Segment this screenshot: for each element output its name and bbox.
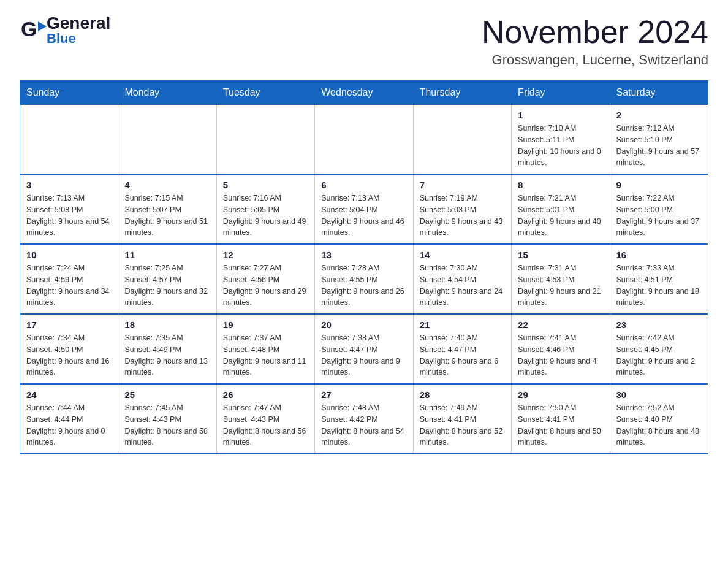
day-info: Sunrise: 7:28 AMSunset: 4:55 PMDaylight:…	[321, 262, 406, 308]
logo-name: General	[47, 15, 110, 32]
logo-icon: G	[20, 17, 47, 44]
day-number: 19	[223, 320, 308, 330]
day-number: 7	[420, 180, 505, 190]
day-info: Sunrise: 7:47 AMSunset: 4:43 PMDaylight:…	[223, 402, 308, 448]
day-info: Sunrise: 7:33 AMSunset: 4:51 PMDaylight:…	[616, 262, 702, 308]
day-info: Sunrise: 7:42 AMSunset: 4:45 PMDaylight:…	[616, 332, 702, 378]
day-number: 26	[223, 389, 308, 400]
day-number: 4	[124, 180, 210, 190]
day-info: Sunrise: 7:24 AMSunset: 4:59 PMDaylight:…	[26, 262, 112, 308]
table-row: 27Sunrise: 7:48 AMSunset: 4:42 PMDayligh…	[315, 384, 413, 454]
day-number: 27	[321, 389, 406, 400]
day-info: Sunrise: 7:34 AMSunset: 4:50 PMDaylight:…	[26, 332, 112, 378]
table-row: 13Sunrise: 7:28 AMSunset: 4:55 PMDayligh…	[315, 244, 413, 314]
logo-blue: Blue	[47, 32, 110, 45]
day-number: 3	[26, 180, 112, 190]
day-info: Sunrise: 7:40 AMSunset: 4:47 PMDaylight:…	[420, 332, 505, 378]
calendar-week-row: 1Sunrise: 7:10 AMSunset: 5:11 PMDaylight…	[20, 105, 708, 175]
day-info: Sunrise: 7:27 AMSunset: 4:56 PMDaylight:…	[223, 262, 308, 308]
day-info: Sunrise: 7:15 AMSunset: 5:07 PMDaylight:…	[124, 193, 210, 239]
day-info: Sunrise: 7:52 AMSunset: 4:40 PMDaylight:…	[616, 402, 702, 448]
table-row	[118, 105, 216, 175]
table-row: 17Sunrise: 7:34 AMSunset: 4:50 PMDayligh…	[20, 314, 118, 384]
table-row: 22Sunrise: 7:41 AMSunset: 4:46 PMDayligh…	[512, 314, 610, 384]
header-friday: Friday	[512, 81, 610, 105]
day-number: 21	[420, 320, 505, 330]
header-thursday: Thursday	[413, 81, 511, 105]
day-number: 23	[616, 320, 702, 330]
calendar-week-row: 17Sunrise: 7:34 AMSunset: 4:50 PMDayligh…	[20, 314, 708, 384]
day-info: Sunrise: 7:19 AMSunset: 5:03 PMDaylight:…	[420, 193, 505, 239]
table-row: 2Sunrise: 7:12 AMSunset: 5:10 PMDaylight…	[610, 105, 708, 175]
day-number: 24	[26, 389, 112, 400]
day-info: Sunrise: 7:35 AMSunset: 4:49 PMDaylight:…	[124, 332, 210, 378]
location-subtitle: Grosswangen, Lucerne, Switzerland	[482, 52, 708, 68]
header-wednesday: Wednesday	[315, 81, 413, 105]
calendar-table: Sunday Monday Tuesday Wednesday Thursday…	[20, 80, 708, 454]
table-row: 8Sunrise: 7:21 AMSunset: 5:01 PMDaylight…	[512, 174, 610, 244]
day-number: 20	[321, 320, 406, 330]
table-row: 25Sunrise: 7:45 AMSunset: 4:43 PMDayligh…	[118, 384, 216, 454]
table-row: 30Sunrise: 7:52 AMSunset: 4:40 PMDayligh…	[610, 384, 708, 454]
table-row: 23Sunrise: 7:42 AMSunset: 4:45 PMDayligh…	[610, 314, 708, 384]
day-number: 17	[26, 320, 112, 330]
header-saturday: Saturday	[610, 81, 708, 105]
header-monday: Monday	[118, 81, 216, 105]
calendar-week-row: 10Sunrise: 7:24 AMSunset: 4:59 PMDayligh…	[20, 244, 708, 314]
day-number: 25	[124, 389, 210, 400]
table-row	[216, 105, 314, 175]
day-number: 28	[420, 389, 505, 400]
month-year-title: November 2024	[482, 15, 708, 50]
day-number: 2	[616, 110, 702, 120]
day-number: 12	[223, 250, 308, 260]
day-info: Sunrise: 7:37 AMSunset: 4:48 PMDaylight:…	[223, 332, 308, 378]
table-row	[315, 105, 413, 175]
table-row: 6Sunrise: 7:18 AMSunset: 5:04 PMDaylight…	[315, 174, 413, 244]
day-info: Sunrise: 7:16 AMSunset: 5:05 PMDaylight:…	[223, 193, 308, 239]
day-number: 22	[518, 320, 603, 330]
svg-marker-1	[38, 21, 47, 31]
day-info: Sunrise: 7:30 AMSunset: 4:54 PMDaylight:…	[420, 262, 505, 308]
weekday-header-row: Sunday Monday Tuesday Wednesday Thursday…	[20, 81, 708, 105]
day-info: Sunrise: 7:45 AMSunset: 4:43 PMDaylight:…	[124, 402, 210, 448]
day-number: 29	[518, 389, 603, 400]
day-info: Sunrise: 7:13 AMSunset: 5:08 PMDaylight:…	[26, 193, 112, 239]
table-row	[20, 105, 118, 175]
table-row: 28Sunrise: 7:49 AMSunset: 4:41 PMDayligh…	[413, 384, 511, 454]
table-row: 7Sunrise: 7:19 AMSunset: 5:03 PMDaylight…	[413, 174, 511, 244]
table-row: 29Sunrise: 7:50 AMSunset: 4:41 PMDayligh…	[512, 384, 610, 454]
day-number: 18	[124, 320, 210, 330]
page-header: G General Blue November 2024 Grosswangen…	[20, 15, 708, 68]
day-info: Sunrise: 7:44 AMSunset: 4:44 PMDaylight:…	[26, 402, 112, 448]
day-number: 10	[26, 250, 112, 260]
day-number: 9	[616, 180, 702, 190]
table-row	[413, 105, 511, 175]
day-info: Sunrise: 7:12 AMSunset: 5:10 PMDaylight:…	[616, 123, 702, 169]
calendar-week-row: 24Sunrise: 7:44 AMSunset: 4:44 PMDayligh…	[20, 384, 708, 454]
calendar-week-row: 3Sunrise: 7:13 AMSunset: 5:08 PMDaylight…	[20, 174, 708, 244]
day-info: Sunrise: 7:49 AMSunset: 4:41 PMDaylight:…	[420, 402, 505, 448]
svg-text:G: G	[21, 17, 37, 40]
header-sunday: Sunday	[20, 81, 118, 105]
day-number: 16	[616, 250, 702, 260]
day-number: 8	[518, 180, 603, 190]
logo: G General Blue	[20, 15, 110, 45]
table-row: 11Sunrise: 7:25 AMSunset: 4:57 PMDayligh…	[118, 244, 216, 314]
table-row: 24Sunrise: 7:44 AMSunset: 4:44 PMDayligh…	[20, 384, 118, 454]
table-row: 4Sunrise: 7:15 AMSunset: 5:07 PMDaylight…	[118, 174, 216, 244]
day-number: 30	[616, 389, 702, 400]
table-row: 18Sunrise: 7:35 AMSunset: 4:49 PMDayligh…	[118, 314, 216, 384]
day-info: Sunrise: 7:21 AMSunset: 5:01 PMDaylight:…	[518, 193, 603, 239]
day-info: Sunrise: 7:22 AMSunset: 5:00 PMDaylight:…	[616, 193, 702, 239]
day-info: Sunrise: 7:48 AMSunset: 4:42 PMDaylight:…	[321, 402, 406, 448]
table-row: 19Sunrise: 7:37 AMSunset: 4:48 PMDayligh…	[216, 314, 314, 384]
day-info: Sunrise: 7:41 AMSunset: 4:46 PMDaylight:…	[518, 332, 603, 378]
day-info: Sunrise: 7:10 AMSunset: 5:11 PMDaylight:…	[518, 123, 603, 169]
table-row: 12Sunrise: 7:27 AMSunset: 4:56 PMDayligh…	[216, 244, 314, 314]
table-row: 20Sunrise: 7:38 AMSunset: 4:47 PMDayligh…	[315, 314, 413, 384]
day-number: 11	[124, 250, 210, 260]
title-area: November 2024 Grosswangen, Lucerne, Swit…	[482, 15, 708, 68]
table-row: 3Sunrise: 7:13 AMSunset: 5:08 PMDaylight…	[20, 174, 118, 244]
day-number: 14	[420, 250, 505, 260]
table-row: 1Sunrise: 7:10 AMSunset: 5:11 PMDaylight…	[512, 105, 610, 175]
